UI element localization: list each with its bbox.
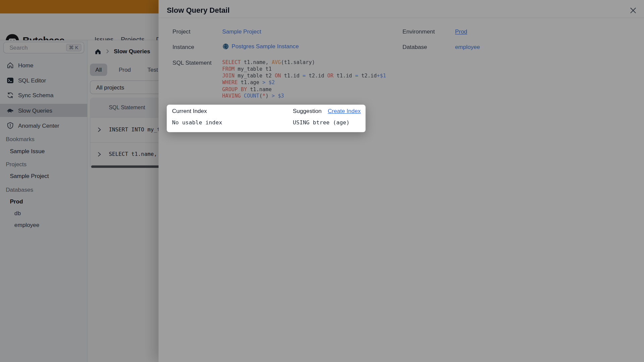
create-index-link[interactable]: Create Index <box>328 107 361 115</box>
dim-overlay <box>0 0 644 362</box>
suggestion-value: USING btree (age) <box>293 119 350 126</box>
current-index-value: No usable index <box>172 119 222 126</box>
bytebase-app: Bytebase Issues Projects Databases ⌘ K H… <box>0 0 644 362</box>
suggestion-label: Suggestion <box>293 107 322 115</box>
current-index-label: Current Index <box>172 107 207 115</box>
